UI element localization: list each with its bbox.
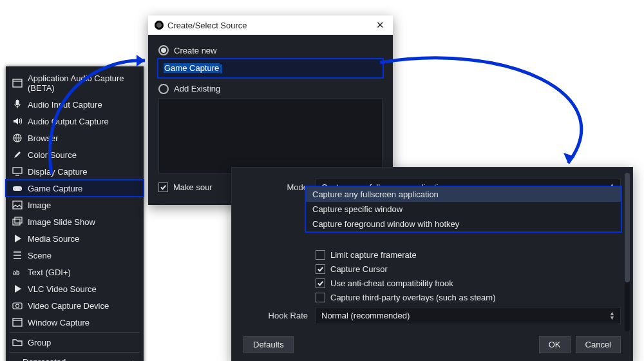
brush-icon: [12, 150, 23, 160]
source-display-capture[interactable]: Display Capture: [6, 163, 144, 180]
mode-option[interactable]: Capture any fullscreen application: [306, 187, 621, 202]
checkbox-label: Capture Cursor: [330, 264, 388, 274]
hook-rate-label: Hook Rate: [243, 311, 316, 320]
source-audio-output[interactable]: Audio Output Capture: [6, 113, 144, 130]
dialog-titlebar: Create/Select Source ✕: [148, 15, 393, 35]
menu-separator: [10, 352, 140, 353]
globe-icon: [12, 133, 23, 143]
checkbox-label: Limit capture framerate: [330, 250, 417, 260]
updown-icon: ▲▼: [609, 311, 615, 320]
menu-item-label: Display Capture: [28, 167, 88, 177]
close-button[interactable]: ✕: [374, 19, 386, 31]
checkbox-icon: [316, 293, 325, 302]
add-source-menu: Application Audio Capture (BETA) Audio I…: [6, 66, 144, 361]
source-group[interactable]: Group: [6, 334, 144, 351]
svg-rect-2: [16, 100, 19, 105]
ok-button[interactable]: OK: [539, 336, 571, 353]
menu-item-label: Scene: [28, 251, 52, 260]
window-icon: [12, 78, 23, 88]
hook-rate-select[interactable]: Normal (recommended)▲▼: [316, 307, 621, 324]
defaults-button[interactable]: Defaults: [243, 336, 294, 353]
limit-framerate-checkbox[interactable]: Limit capture framerate: [243, 250, 621, 260]
checkbox-label: Make sour: [173, 182, 213, 192]
game-capture-properties-dialog: Mode Capture any fullscreen application▲…: [231, 167, 633, 361]
mode-option[interactable]: Capture specific window: [306, 202, 621, 217]
scrollbar-thumb[interactable]: [625, 173, 630, 282]
hook-rate-row: Hook Rate Normal (recommended)▲▼: [243, 307, 621, 324]
gamepad-icon: [12, 183, 23, 193]
radio-label: Add Existing: [174, 84, 220, 93]
source-deprecated[interactable]: Deprecated▸: [6, 354, 144, 361]
svg-rect-8: [14, 188, 16, 189]
menu-item-label: Color Source: [28, 150, 77, 160]
capture-cursor-checkbox[interactable]: Capture Cursor: [243, 264, 621, 274]
checkbox-label: Use anti-cheat compatibility hook: [330, 278, 453, 288]
flow-arrow: [377, 55, 634, 177]
menu-item-label: VLC Video Source: [28, 284, 97, 294]
svg-rect-20: [13, 318, 22, 326]
scene-icon: [12, 250, 23, 260]
svg-rect-18: [13, 303, 22, 309]
source-window-capture[interactable]: Window Capture: [6, 314, 144, 331]
menu-item-label: Application Audio Capture (BETA): [28, 73, 137, 93]
menu-item-label: Audio Input Capture: [28, 100, 102, 110]
source-name-input[interactable]: Game Capture: [158, 59, 383, 77]
text-caret: [220, 64, 222, 73]
source-color[interactable]: Color Source: [6, 146, 144, 163]
microphone-icon: [12, 99, 23, 110]
source-image[interactable]: Image: [6, 197, 144, 213]
chevron-right-icon: ▸: [133, 357, 137, 361]
third-party-overlays-checkbox[interactable]: Capture third-party overlays (such as st…: [243, 293, 621, 302]
svg-rect-11: [13, 201, 22, 209]
svg-text:ab: ab: [13, 269, 20, 276]
dialog-button-bar: Defaults OK Cancel: [243, 336, 621, 353]
svg-marker-23: [564, 153, 575, 163]
svg-point-19: [16, 304, 19, 307]
source-text[interactable]: abText (GDI+): [6, 264, 144, 280]
menu-separator: [10, 332, 140, 333]
radio-label: Create new: [174, 46, 216, 55]
select-value: Normal (recommended): [321, 311, 410, 320]
svg-point-10: [20, 188, 21, 190]
radio-icon: [158, 84, 169, 94]
mode-label: Mode: [243, 182, 316, 192]
play-icon: [12, 233, 23, 244]
slideshow-icon: [12, 217, 23, 227]
checkbox-icon: [316, 278, 325, 288]
existing-sources-list[interactable]: [158, 98, 383, 173]
svg-rect-12: [13, 219, 20, 225]
mode-option[interactable]: Capture foreground window with hotkey: [306, 217, 621, 231]
folder-icon: [12, 337, 23, 347]
svg-rect-4: [13, 168, 22, 173]
checkbox-icon: [316, 250, 325, 260]
source-video-capture[interactable]: Video Capture Device: [6, 297, 144, 314]
source-vlc[interactable]: VLC Video Source: [6, 280, 144, 297]
source-audio-input[interactable]: Audio Input Capture: [6, 96, 144, 113]
source-browser[interactable]: Browser: [6, 130, 144, 146]
image-icon: [12, 200, 23, 210]
svg-rect-0: [13, 79, 22, 87]
svg-rect-13: [15, 217, 22, 223]
source-scene[interactable]: Scene: [6, 247, 144, 264]
menu-item-label: Image: [28, 200, 51, 210]
source-media[interactable]: Media Source: [6, 230, 144, 247]
mode-dropdown: Capture any fullscreen application Captu…: [306, 187, 621, 231]
checkbox-icon: [158, 182, 168, 192]
create-new-radio[interactable]: Create new: [158, 45, 383, 55]
menu-item-label: Image Slide Show: [28, 217, 95, 227]
menu-item-label: Text (GDI+): [28, 268, 71, 277]
menu-item-label: Game Capture: [28, 184, 82, 193]
add-existing-radio[interactable]: Add Existing: [158, 84, 383, 94]
menu-item-label: Audio Output Capture: [28, 117, 109, 126]
cancel-button[interactable]: Cancel: [576, 336, 621, 353]
source-image-slideshow[interactable]: Image Slide Show: [6, 213, 144, 230]
checkbox-icon: [316, 264, 325, 274]
anti-cheat-checkbox[interactable]: Use anti-cheat compatibility hook: [243, 278, 621, 288]
radio-icon: [158, 45, 169, 55]
source-app-audio[interactable]: Application Audio Capture (BETA): [6, 70, 144, 96]
source-game-capture[interactable]: Game Capture: [6, 180, 144, 197]
monitor-icon: [12, 166, 23, 177]
menu-item-label: Group: [28, 338, 51, 347]
play-icon: [12, 284, 23, 294]
text-icon: ab: [12, 267, 23, 277]
